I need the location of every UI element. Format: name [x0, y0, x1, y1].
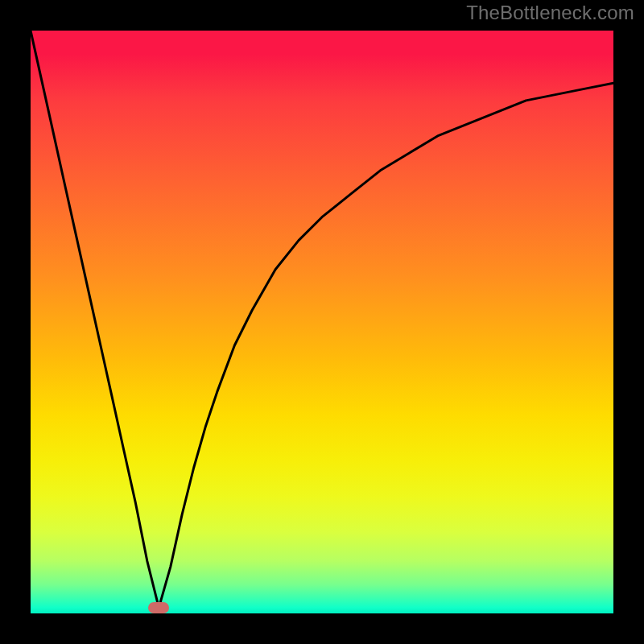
- plot-area: [31, 31, 613, 613]
- bottleneck-curve-right: [159, 83, 613, 608]
- optimal-point-marker: [148, 602, 169, 613]
- attribution-text: TheBottleneck.com: [466, 2, 634, 24]
- curve-svg: [31, 31, 613, 613]
- bottleneck-curve-left: [31, 31, 159, 608]
- chart-frame: TheBottleneck.com: [0, 0, 644, 644]
